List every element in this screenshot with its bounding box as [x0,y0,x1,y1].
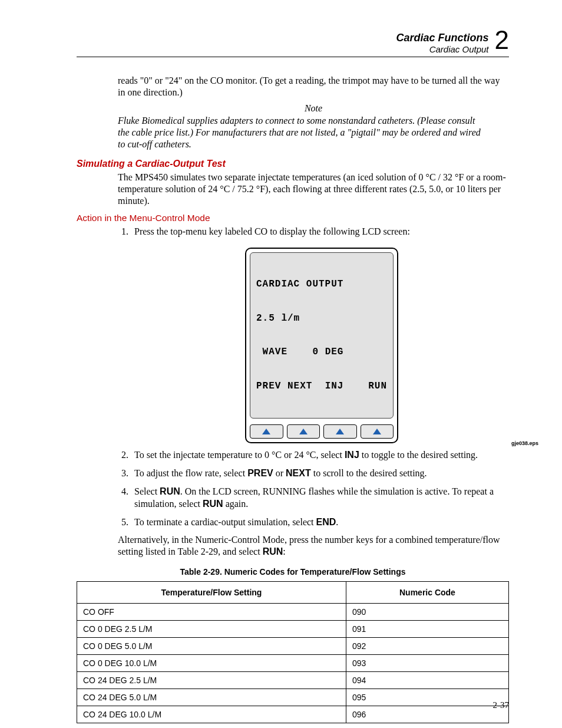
step-2-post: to toggle to the desired setting. [359,450,478,460]
cell-code: 090 [346,604,508,621]
th-setting: Temperature/Flow Setting [77,582,346,604]
table-row: CO 24 DEG 10.0 L/M096 [77,706,509,723]
step-4-mid: . On the LCD screen, RUNNING flashes whi… [134,486,494,509]
step-2-pre: To set the injectate temperature to 0 °C… [134,450,345,460]
lcd-figure: CARDIAC OUTPUT 2.5 l/m WAVE 0 DEG PREV N… [134,248,509,444]
table-row: CO OFF090 [77,604,509,621]
softkey-4[interactable] [361,424,394,439]
table-row: CO 24 DEG 2.5 L/M094 [77,672,509,689]
step-4-pre: Select [134,486,160,496]
intro-paragraph-block: reads "0" or "24" on the CO monitor. (To… [77,75,509,150]
table-row: CO 0 DEG 5.0 L/M092 [77,638,509,655]
lcd-inj: INJ [325,381,344,391]
step-1-text: Press the top-menu key labeled CO to dis… [134,226,410,236]
step-2-inj: INJ [345,450,359,460]
step-3-post: to scroll to the desired setting. [311,468,427,478]
page: Cardiac Functions Cardiac Output 2 reads… [0,0,562,728]
step-4-post: again. [223,499,249,509]
step-4-run2: RUN [203,499,223,509]
chapter-title: Cardiac Functions [396,32,488,44]
lcd-device: CARDIAC OUTPUT 2.5 l/m WAVE 0 DEG PREV N… [245,248,398,444]
step-3-next: NEXT [286,468,311,478]
running-header: Cardiac Functions Cardiac Output 2 [77,28,509,54]
cell-setting: CO 24 DEG 2.5 L/M [77,672,346,689]
cell-setting: CO 0 DEG 5.0 L/M [77,638,346,655]
step-4-run1: RUN [160,486,180,496]
table-row: CO 0 DEG 10.0 L/M093 [77,655,509,672]
action-heading: Action in the Menu-Control Mode [77,213,509,223]
lcd-line3-left: WAVE [256,347,287,358]
header-text-block: Cardiac Functions Cardiac Output [396,28,488,54]
alternative-paragraph: Alternatively, in the Numeric-Control Mo… [118,534,509,558]
cell-code: 092 [346,638,508,655]
alt-pre: Alternatively, in the Numeric-Control Mo… [118,535,500,556]
lcd-screen: CARDIAC OUTPUT 2.5 l/m WAVE 0 DEG PREV N… [250,252,394,419]
cell-code: 091 [346,621,508,638]
step-5-end: END [316,517,336,527]
note-label: Note [118,103,509,114]
section1-paragraph: The MPS450 simulates two separate inject… [118,172,509,207]
cell-code: 094 [346,672,508,689]
step-2: To set the injectate temperature to 0 °C… [131,449,509,462]
up-triangle-icon [262,429,270,434]
intro-paragraph: reads "0" or "24" on the CO monitor. (To… [118,75,509,98]
lcd-line3-right: 0 DEG [312,347,343,358]
lcd-next: NEXT [287,381,312,391]
numeric-codes-table: Temperature/Flow Setting Numeric Code CO… [77,581,509,723]
cell-setting: CO 24 DEG 5.0 L/M [77,689,346,706]
step-3-or: or [273,468,286,478]
table-row: CO 24 DEG 5.0 L/M095 [77,689,509,706]
table-header-row: Temperature/Flow Setting Numeric Code [77,582,509,604]
page-number: 2-37 [493,700,510,710]
cell-code: 095 [346,689,508,706]
up-triangle-icon [299,429,308,434]
up-triangle-icon [336,429,344,434]
lcd-prev: PREV [256,381,281,391]
step-5: To terminate a cardiac-output simulation… [131,516,509,529]
step-4: Select RUN. On the LCD screen, RUNNING f… [131,486,509,510]
table-row: CO 0 DEG 2.5 L/M091 [77,621,509,638]
figure-filename: gje038.eps [511,440,538,447]
cell-setting: CO 0 DEG 10.0 L/M [77,655,346,672]
chapter-number: 2 [495,27,509,53]
cell-setting: CO 0 DEG 2.5 L/M [77,621,346,638]
section-heading-simulating: Simulating a Cardiac-Output Test [77,159,509,169]
step-5-post: . [336,517,338,527]
steps-list: Press the top-menu key labeled CO to dis… [90,226,509,528]
lcd-line1: CARDIAC OUTPUT [256,279,343,290]
alt-post: : [283,546,285,556]
cell-code: 093 [346,655,508,672]
section-title: Cardiac Output [396,44,488,54]
cell-code: 096 [346,706,508,723]
step-3: To adjust the flow rate, select PREV or … [131,467,509,480]
alt-run: RUN [263,546,283,556]
cell-setting: CO OFF [77,604,346,621]
th-code: Numeric Code [346,582,508,604]
table-caption: Table 2-29. Numeric Codes for Temperatur… [77,567,509,577]
note-body: Fluke Biomedical supplies adapters to co… [118,115,485,150]
up-triangle-icon [373,429,381,434]
step-1: Press the top-menu key labeled CO to dis… [131,226,509,443]
header-rule [77,57,509,57]
softkey-3[interactable] [323,424,357,439]
step-5-pre: To terminate a cardiac-output simulation… [134,517,316,527]
softkey-2[interactable] [287,424,320,439]
lcd-button-row [250,424,394,439]
cell-setting: CO 24 DEG 10.0 L/M [77,706,346,723]
lcd-line2: 2.5 l/m [256,313,300,324]
lcd-run: RUN [368,381,387,392]
softkey-1[interactable] [250,424,283,439]
step-3-prev: PREV [247,468,273,478]
step-3-pre: To adjust the flow rate, select [134,468,247,478]
